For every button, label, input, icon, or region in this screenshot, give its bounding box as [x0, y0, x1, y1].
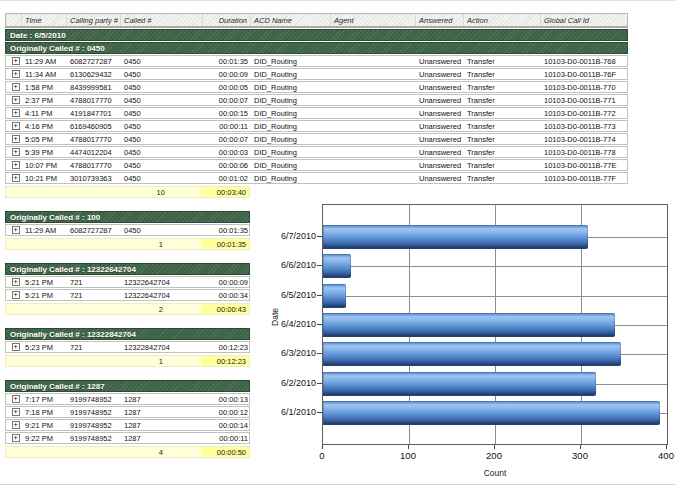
expand-row-icon[interactable]: + [12, 161, 20, 169]
table-row[interactable]: + 5:39 PM 4474012204 0450 00:00:03 DID_R… [5, 146, 628, 158]
cell-duration: 00:00:06 [203, 160, 251, 170]
table-row[interactable]: + 4:16 PM 6169460905 0450 00:00:11 DID_R… [5, 120, 628, 132]
column-header-calling-party[interactable]: Calling party # [67, 14, 121, 26]
expand-row-icon[interactable]: + [12, 96, 20, 104]
y-axis-tick [317, 353, 322, 354]
y-axis-tick [317, 236, 322, 237]
table-row[interactable]: + 5:23 PM 721 12322842704 00:12:23 [5, 341, 250, 353]
column-header-time[interactable]: Time [22, 14, 67, 26]
cell-acd-name: DID_Routing [251, 69, 331, 79]
table-row[interactable]: + 5:05 PM 4788017770 0450 00:00:07 DID_R… [5, 133, 628, 145]
y-axis-tick [317, 412, 322, 413]
expand-row-icon[interactable]: + [12, 421, 20, 429]
group-summary-row: 10 00:03:40 [5, 186, 250, 198]
cell-acd-name: DID_Routing [251, 82, 331, 92]
table-row[interactable]: + 10:07 PM 4788017770 0450 00:00:06 DID_… [5, 159, 628, 171]
y-tick-label: 6/6/2010 [268, 260, 316, 270]
cell-global-call-id: 10103-D0-0011B-768 [541, 56, 629, 66]
summary-total-duration: 00:12:23 [201, 356, 249, 366]
cell-acd-name: DID_Routing [251, 95, 331, 105]
cell-time: 5:23 PM [22, 342, 67, 352]
cell-calling-party: 6082727287 [67, 225, 121, 235]
group-header: Originally Called # : 100 [5, 211, 250, 223]
table-row[interactable]: + 11:29 AM 6082727287 0450 00:01:35 DID_… [5, 55, 628, 67]
cell-answered: Unanswered [416, 69, 464, 79]
column-header-answered[interactable]: Answered [416, 14, 464, 26]
expand-row-icon[interactable]: + [12, 395, 20, 403]
expand-row-icon[interactable]: + [12, 408, 20, 416]
column-header-duration[interactable]: Duration [203, 14, 251, 26]
x-tick-label: 0 [302, 450, 342, 461]
cell-duration: 00:00:11 [203, 433, 251, 443]
summary-total-duration: 00:00:43 [201, 304, 249, 314]
expand-row-icon[interactable]: + [12, 148, 20, 156]
group-summary-row: 2 00:00:43 [5, 303, 250, 315]
cell-calling-party: 9199748952 [67, 407, 121, 417]
group-summary-row: 4 00:00:50 [5, 446, 250, 458]
expand-row-icon[interactable]: + [12, 83, 20, 91]
expand-row-icon[interactable]: + [12, 174, 20, 182]
table-row[interactable]: + 2:37 PM 4788017770 0450 00:00:07 DID_R… [5, 94, 628, 106]
group-header: Originally Called # : 0450 [5, 42, 628, 54]
table-row[interactable]: + 10:21 PM 3010739363 0450 00:01:02 DID_… [5, 172, 628, 184]
cell-time: 5:21 PM [22, 290, 67, 300]
expand-row-icon[interactable]: + [12, 57, 20, 65]
expand-row-icon[interactable]: + [12, 343, 20, 351]
cell-action: Transfer [464, 173, 541, 183]
cell-called: 0450 [121, 147, 203, 157]
expand-row-icon[interactable]: + [12, 434, 20, 442]
cell-calling-party: 4191847701 [67, 108, 121, 118]
group-rows: + 11:29 AM 6082727287 0450 00:01:35 DID_… [5, 55, 628, 184]
table-row[interactable]: + 4:11 PM 4191847701 0450 00:00:15 DID_R… [5, 107, 628, 119]
table-row[interactable]: + 7:18 PM 9199748952 1287 00:00:12 [5, 406, 250, 418]
column-header-called[interactable]: Called # [121, 14, 203, 26]
cell-duration: 00:00:34 [203, 290, 251, 300]
cell-global-call-id: 10103-D0-0011B-774 [541, 134, 629, 144]
call-group-0450: Originally Called # : 0450 + 11:29 AM 60… [5, 42, 628, 198]
column-header-global-call-id[interactable]: Global Call Id [541, 14, 629, 26]
cell-acd-name: DID_Routing [251, 147, 331, 157]
expand-row-icon[interactable]: + [12, 70, 20, 78]
cell-agent [331, 134, 416, 144]
expand-row-icon[interactable]: + [12, 135, 20, 143]
table-row[interactable]: + 11:29 AM 6082727287 0450 00:01:35 [5, 224, 250, 236]
cell-called: 0450 [121, 56, 203, 66]
expand-row-icon[interactable]: + [12, 109, 20, 117]
cell-called: 1287 [121, 407, 203, 417]
group-summary-row: 1 00:12:23 [5, 355, 250, 367]
cell-action: Transfer [464, 56, 541, 66]
table-row[interactable]: + 11:34 AM 6130629432 0450 00:00:09 DID_… [5, 68, 628, 80]
cell-called: 12322842704 [121, 342, 203, 352]
cell-duration: 00:00:05 [203, 82, 251, 92]
y-tick-label: 6/1/2010 [268, 407, 316, 417]
cell-action: Transfer [464, 134, 541, 144]
table-row[interactable]: + 5:21 PM 721 12322642704 00:00:09 [5, 276, 250, 288]
cell-called: 0450 [121, 160, 203, 170]
table-row[interactable]: + 9:21 PM 9199748952 1287 00:00:14 [5, 419, 250, 431]
table-row[interactable]: + 5:21 PM 721 12322642704 00:00:34 [5, 289, 250, 301]
table-row[interactable]: + 9:22 PM 9199748952 1287 00:00:11 [5, 432, 250, 444]
cell-calling-party: 6169460905 [67, 121, 121, 131]
cell-calling-party: 9199748952 [67, 420, 121, 430]
h-gridline [323, 296, 667, 297]
expand-row-icon[interactable]: + [12, 278, 20, 286]
cell-duration: 00:00:09 [203, 69, 251, 79]
cell-time: 4:16 PM [22, 121, 67, 131]
column-header-agent[interactable]: Agent [331, 14, 416, 26]
cell-calling-party: 9199748952 [67, 394, 121, 404]
expand-row-icon[interactable]: + [12, 226, 20, 234]
summary-total-duration: 00:01:35 [201, 239, 249, 249]
cell-agent [331, 147, 416, 157]
chart-x-axis-title: Count [322, 468, 668, 478]
cell-answered: Unanswered [416, 121, 464, 131]
cell-global-call-id: 10103-D0-0011B-77E [541, 160, 629, 170]
column-header-acd-name[interactable]: ACD Name [251, 14, 331, 26]
cell-time: 11:29 AM [22, 56, 67, 66]
cell-called: 0450 [121, 108, 203, 118]
table-row[interactable]: + 1:58 PM 8439999581 0450 00:00:05 DID_R… [5, 81, 628, 93]
column-header-action[interactable]: Action [464, 14, 541, 26]
table-row[interactable]: + 7:17 PM 9199748952 1287 00:00:13 [5, 393, 250, 405]
cell-called: 1287 [121, 394, 203, 404]
expand-row-icon[interactable]: + [12, 122, 20, 130]
expand-row-icon[interactable]: + [12, 291, 20, 299]
